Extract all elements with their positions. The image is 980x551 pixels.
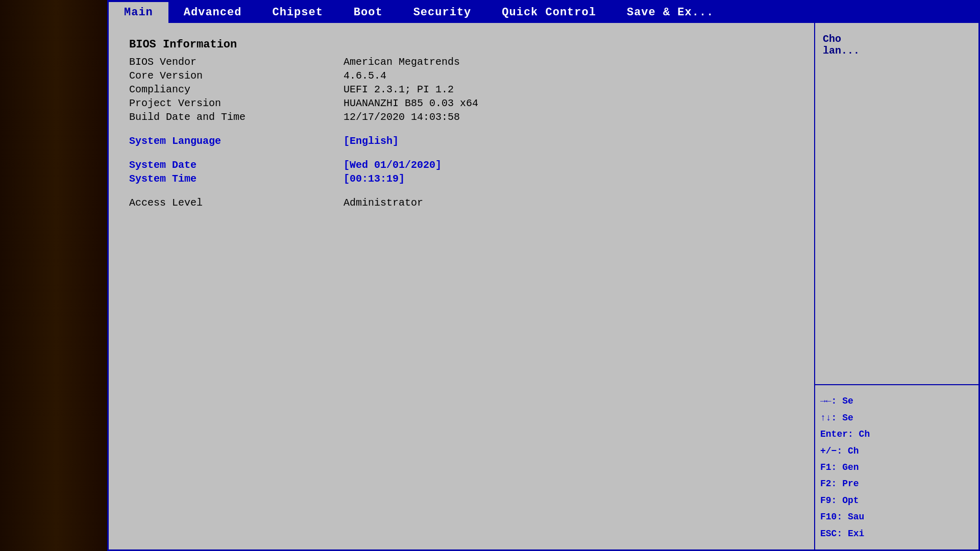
compliancy-row: Compliancy UEFI 2.3.1; PI 1.2 [129, 84, 794, 95]
bios-vendor-value: American Megatrends [344, 56, 460, 68]
access-level-value: Administrator [344, 197, 423, 209]
nav-security[interactable]: Security [398, 2, 487, 23]
build-date-label: Build Date and Time [129, 111, 344, 123]
nav-save-exit[interactable]: Save & Ex... [611, 2, 729, 23]
content-area: BIOS Information BIOS Vendor American Me… [109, 23, 978, 549]
project-version-label: Project Version [129, 97, 344, 109]
system-date-value[interactable]: [Wed 01/01/2020] [344, 159, 442, 171]
system-time-value[interactable]: [00:13:19] [344, 173, 405, 185]
sidebar-help: →←: Se ↑↓: Se Enter: Ch +/−: Ch F1: Gen … [815, 385, 978, 549]
core-version-label: Core Version [129, 70, 344, 82]
bios-vendor-label: BIOS Vendor [129, 56, 344, 68]
nav-advanced[interactable]: Advanced [168, 2, 257, 23]
system-date-label: System Date [129, 159, 344, 171]
nav-chipset[interactable]: Chipset [257, 2, 338, 23]
access-level-label: Access Level [129, 197, 344, 209]
bios-screen: Main Advanced Chipset Boot Security Quic… [107, 0, 980, 551]
help-item-0: →←: Se [820, 393, 973, 409]
build-date-value: 12/17/2020 14:03:58 [344, 111, 460, 123]
system-language-label: System Language [129, 135, 344, 147]
main-panel: BIOS Information BIOS Vendor American Me… [109, 23, 815, 549]
help-item-f9: F9: Opt [820, 492, 973, 509]
system-date-row[interactable]: System Date [Wed 01/01/2020] [129, 159, 794, 171]
photo-background [0, 0, 112, 551]
help-item-f2: F2: Pre [820, 475, 973, 492]
sidebar-top-text-2: lan... [823, 45, 971, 57]
system-language-row[interactable]: System Language [English] [129, 135, 794, 147]
bios-vendor-row: BIOS Vendor American Megatrends [129, 56, 794, 68]
system-time-label: System Time [129, 173, 344, 185]
nav-boot[interactable]: Boot [338, 2, 398, 23]
project-version-row: Project Version HUANANZHI B85 0.03 x64 [129, 97, 794, 109]
system-time-row[interactable]: System Time [00:13:19] [129, 173, 794, 185]
nav-quick-control[interactable]: Quick Control [486, 2, 611, 23]
bios-info-title: BIOS Information [129, 38, 794, 51]
build-date-row: Build Date and Time 12/17/2020 14:03:58 [129, 111, 794, 123]
compliancy-value: UEFI 2.3.1; PI 1.2 [344, 84, 454, 95]
system-language-value[interactable]: [English] [344, 135, 399, 147]
sidebar-top-text-1: Cho [823, 33, 971, 45]
project-version-value: HUANANZHI B85 0.03 x64 [344, 97, 478, 109]
help-item-1: ↑↓: Se [820, 410, 973, 426]
help-item-f10: F10: Sau [820, 509, 973, 525]
help-item-4: F1: Gen [820, 459, 973, 475]
sidebar-top: Cho lan... [815, 23, 978, 385]
core-version-value: 4.6.5.4 [344, 70, 386, 82]
help-item-3: +/−: Ch [820, 443, 973, 459]
right-sidebar: Cho lan... →←: Se ↑↓: Se Enter: Ch +/−: … [815, 23, 978, 549]
compliancy-label: Compliancy [129, 84, 344, 95]
nav-main[interactable]: Main [109, 2, 168, 23]
help-item-esc: ESC: Exi [820, 525, 973, 542]
access-level-row: Access Level Administrator [129, 197, 794, 209]
nav-bar: Main Advanced Chipset Boot Security Quic… [109, 2, 978, 23]
core-version-row: Core Version 4.6.5.4 [129, 70, 794, 82]
help-item-2: Enter: Ch [820, 426, 973, 442]
